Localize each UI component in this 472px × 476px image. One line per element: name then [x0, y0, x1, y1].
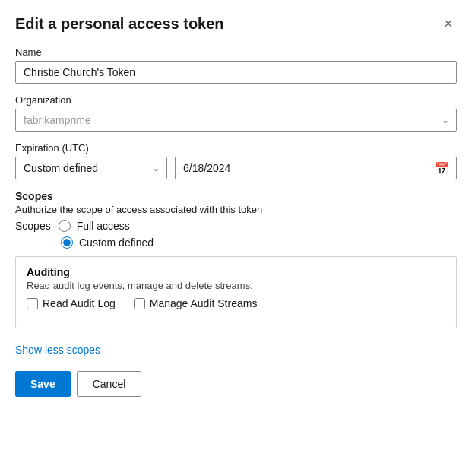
expiration-select[interactable]: Custom defined 30 days 60 days 90 days 1… — [15, 157, 167, 179]
name-input[interactable] — [15, 61, 457, 84]
read-audit-log-row[interactable]: Read Audit Log — [27, 297, 116, 309]
expiration-row: Custom defined 30 days 60 days 90 days 1… — [15, 157, 457, 179]
full-access-radio-row[interactable]: Full access — [59, 220, 130, 232]
show-scopes-link[interactable]: Show less scopes — [15, 344, 100, 356]
custom-defined-radio-row[interactable]: Custom defined — [61, 236, 457, 249]
organization-field-group: Organization fabrikamprime ⌄ — [15, 94, 457, 132]
dialog-header: Edit a personal access token × — [15, 15, 457, 33]
expiration-field-group: Expiration (UTC) Custom defined 30 days … — [15, 142, 457, 179]
expiration-select-wrapper: Custom defined 30 days 60 days 90 days 1… — [15, 157, 167, 179]
scopes-description: Authorize the scope of access associated… — [15, 204, 457, 215]
auditing-title: Auditing — [27, 266, 445, 278]
full-access-radio[interactable] — [59, 220, 71, 232]
auditing-category: Auditing Read audit log events, manage a… — [27, 266, 445, 309]
expiration-label: Expiration (UTC) — [15, 142, 457, 154]
read-audit-log-label: Read Audit Log — [43, 297, 116, 309]
date-input-wrapper: 📅 — [175, 157, 457, 179]
scopes-title: Scopes — [15, 190, 457, 202]
name-field-group: Name — [15, 46, 457, 84]
close-button[interactable]: × — [439, 15, 457, 32]
manage-audit-streams-checkbox[interactable] — [134, 298, 145, 309]
read-audit-log-checkbox[interactable] — [27, 298, 38, 309]
edit-token-dialog: Edit a personal access token × Name Orga… — [0, 0, 472, 476]
name-label: Name — [15, 46, 457, 58]
date-input[interactable] — [175, 157, 457, 179]
scopes-section: Scopes Authorize the scope of access ass… — [15, 190, 457, 328]
organization-select-wrapper: fabrikamprime ⌄ — [15, 109, 457, 132]
radio-group: Scopes Full access Custom defined — [15, 220, 457, 249]
footer-buttons: Save Cancel — [15, 371, 457, 397]
scopes-box[interactable]: Auditing Read audit log events, manage a… — [15, 256, 457, 328]
custom-defined-label: Custom defined — [79, 236, 154, 249]
manage-audit-streams-label: Manage Audit Streams — [150, 297, 258, 309]
auditing-checkboxes: Read Audit Log Manage Audit Streams — [27, 297, 445, 309]
scopes-label-row: Scopes Full access — [15, 220, 457, 232]
save-button[interactable]: Save — [15, 371, 71, 397]
organization-select[interactable]: fabrikamprime — [15, 109, 457, 132]
manage-audit-streams-row[interactable]: Manage Audit Streams — [134, 297, 258, 309]
auditing-desc: Read audit log events, manage and delete… — [27, 280, 445, 291]
dialog-title: Edit a personal access token — [15, 15, 224, 33]
organization-label: Organization — [15, 94, 457, 106]
scopes-label-text: Scopes — [15, 220, 51, 232]
full-access-label: Full access — [77, 220, 130, 232]
cancel-button[interactable]: Cancel — [77, 371, 142, 397]
custom-defined-radio[interactable] — [61, 236, 73, 249]
